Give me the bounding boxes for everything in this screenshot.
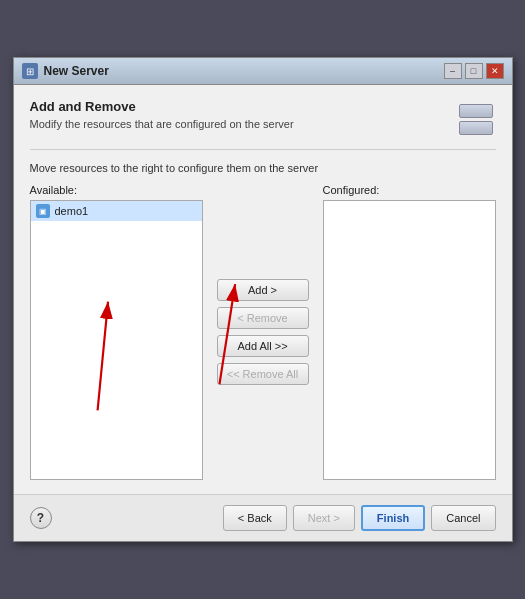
instruction-text: Move resources to the right to configure… [30, 162, 496, 174]
configured-list[interactable] [323, 200, 496, 480]
middle-buttons: Add > < Remove Add All >> << Remove All [211, 184, 315, 480]
configured-panel: Configured: [323, 184, 496, 480]
list-item-label: demo1 [55, 205, 89, 217]
header-icon [456, 99, 496, 139]
finish-button[interactable]: Finish [361, 505, 425, 531]
add-all-button[interactable]: Add All >> [217, 335, 309, 357]
title-bar: ⊞ New Server – □ ✕ [14, 58, 512, 85]
footer: ? < Back Next > Finish Cancel [14, 494, 512, 541]
module-icon: ▣ [36, 204, 50, 218]
add-button[interactable]: Add > [217, 279, 309, 301]
remove-all-button[interactable]: << Remove All [217, 363, 309, 385]
available-panel: Available: ▣ demo1 [30, 184, 203, 480]
available-list[interactable]: ▣ demo1 [30, 200, 203, 480]
maximize-button[interactable]: □ [465, 63, 483, 79]
header-subtitle: Modify the resources that are configured… [30, 118, 294, 130]
footer-right: < Back Next > Finish Cancel [223, 505, 496, 531]
list-item[interactable]: ▣ demo1 [31, 201, 202, 221]
header-section: Add and Remove Modify the resources that… [30, 99, 496, 150]
remove-button[interactable]: < Remove [217, 307, 309, 329]
close-button[interactable]: ✕ [486, 63, 504, 79]
panels-area: Available: ▣ demo1 Add > < Remove Add Al… [30, 184, 496, 480]
cancel-button[interactable]: Cancel [431, 505, 495, 531]
next-button[interactable]: Next > [293, 505, 355, 531]
help-button[interactable]: ? [30, 507, 52, 529]
window-title: New Server [44, 64, 109, 78]
configured-label: Configured: [323, 184, 496, 196]
minimize-button[interactable]: – [444, 63, 462, 79]
back-button[interactable]: < Back [223, 505, 287, 531]
window-icon: ⊞ [22, 63, 38, 79]
title-bar-left: ⊞ New Server [22, 63, 109, 79]
header-title: Add and Remove [30, 99, 294, 114]
main-content: Add and Remove Modify the resources that… [14, 85, 512, 494]
footer-left: ? [30, 507, 52, 529]
header-text: Add and Remove Modify the resources that… [30, 99, 294, 130]
title-bar-buttons: – □ ✕ [444, 63, 504, 79]
available-label: Available: [30, 184, 203, 196]
new-server-window: ⊞ New Server – □ ✕ Add and Remove Modify… [13, 57, 513, 542]
server-graphic-icon [459, 104, 493, 135]
